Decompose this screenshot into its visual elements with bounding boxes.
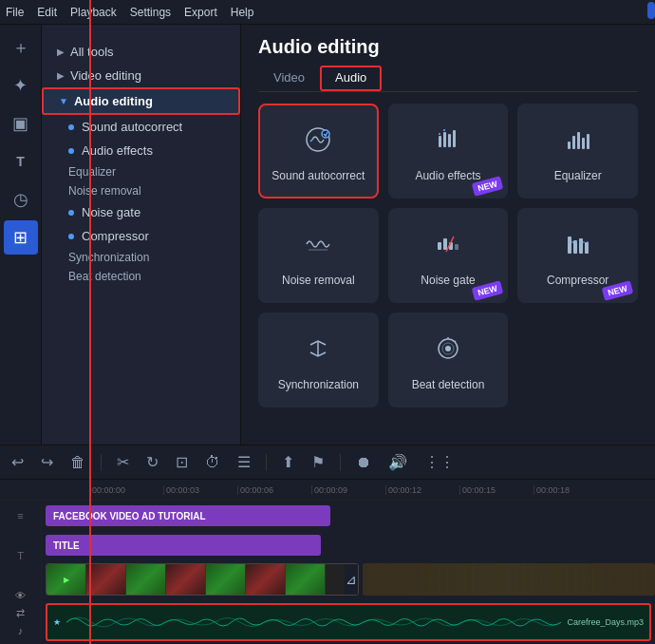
svg-rect-5 — [453, 130, 456, 147]
icon-bar: ＋ ✦ ▣ T ◷ ⊞ — [0, 25, 42, 445]
divider2 — [266, 454, 267, 471]
audio-button[interactable]: 🔊 — [384, 451, 411, 473]
magic-tool-icon[interactable]: ✦ — [4, 68, 38, 103]
svg-rect-14 — [438, 242, 441, 250]
menu-edit[interactable]: Edit — [37, 6, 57, 19]
eye-icon[interactable]: 👁 — [15, 590, 26, 601]
sidebar-sub-audio-effects[interactable]: Audio effects — [42, 139, 240, 162]
more-button[interactable]: ⋮⋮ — [421, 451, 458, 473]
record-button[interactable]: ⏺ — [352, 452, 375, 473]
video-clip[interactable]: ▶ ⊿ — [46, 563, 359, 596]
equalizer-grid-label: Equalizer — [554, 169, 602, 182]
sidebar-sub-sound-autocorrect[interactable]: Sound autocorrect — [42, 115, 240, 139]
menu-help[interactable]: Help — [231, 6, 254, 19]
sidebar-item-video-editing[interactable]: ▶ Video editing — [42, 64, 240, 87]
text-tool-icon[interactable]: T — [4, 144, 38, 179]
grid-item-noise-removal[interactable]: Noise removal — [258, 208, 379, 303]
audio-editing-label: Audio editing — [74, 94, 153, 108]
align-button[interactable]: ☰ — [234, 451, 254, 473]
menu-settings[interactable]: Settings — [130, 6, 171, 19]
noise-gate-badge: NEW — [472, 280, 504, 301]
tools-grid: Sound autocorrect Audio effects NEW — [241, 104, 655, 417]
facebook-clip-label: FACEBOOK VIDEO AD TUTORIAL — [53, 511, 206, 521]
grid-item-sound-autocorrect[interactable]: Sound autocorrect — [258, 104, 379, 199]
flag-button[interactable]: ⚑ — [308, 451, 328, 473]
sidebar-sub-noise-removal[interactable]: Noise removal — [42, 181, 240, 200]
dot-icon4 — [68, 234, 74, 239]
menubar: File Edit Playback Settings Export Help — [0, 0, 655, 25]
text-track-1: FACEBOOK VIDEO AD TUTORIAL — [42, 501, 655, 531]
mark-4: 00:00:12 — [385, 485, 459, 495]
svg-rect-10 — [577, 132, 580, 149]
mark-6: 00:00:18 — [533, 485, 608, 495]
title-clip-label: TITLE — [53, 540, 80, 551]
waveform — [66, 609, 561, 635]
sidebar-sub-compressor[interactable]: Compressor — [42, 224, 240, 248]
video-thumb-6 — [246, 564, 286, 595]
video-track: ▶ ⊿ — [42, 559, 655, 599]
delete-button[interactable]: 🗑 — [66, 452, 89, 473]
crop-button[interactable]: ⊡ — [172, 451, 192, 473]
compressor-icon — [563, 229, 593, 266]
clock-tool-icon[interactable]: ◷ — [4, 182, 38, 217]
crop-marker[interactable]: ⊿ — [345, 564, 358, 595]
sidebar-item-audio-editing[interactable]: ▼ Audio editing — [42, 87, 240, 115]
grid-item-audio-effects[interactable]: Audio effects NEW — [388, 104, 509, 199]
dot-icon — [68, 124, 74, 130]
rotate-button[interactable]: ↻ — [142, 451, 162, 473]
tab-video[interactable]: Video — [258, 66, 320, 91]
audio-label: Carefree_Days.mp3 — [567, 617, 644, 627]
sidebar-sub-equalizer[interactable]: Equalizer — [42, 162, 240, 181]
add-tool-icon[interactable]: ＋ — [4, 30, 38, 65]
grid-item-compressor[interactable]: Compressor NEW — [517, 208, 638, 303]
text-track-2-content[interactable]: TITLE — [42, 531, 655, 559]
crop-tool-icon[interactable]: ▣ — [4, 106, 38, 141]
menu-playback[interactable]: Playback — [70, 6, 117, 19]
video-thumb-3 — [126, 564, 166, 595]
sidebar-sub-sync[interactable]: Synchronization — [42, 248, 240, 267]
track-ctrl-1: ≡ — [17, 510, 23, 521]
video-track-content[interactable]: ▶ ⊿ — [42, 559, 655, 599]
title-clip[interactable]: TITLE — [46, 535, 321, 556]
sync-grid-label: Synchronization — [278, 378, 359, 391]
tab-audio[interactable]: Audio — [320, 66, 382, 91]
sidebar-sub-beat[interactable]: Beat detection — [42, 267, 240, 286]
timer-button[interactable]: ⏱ — [201, 452, 224, 473]
video-thumb-1: ▶ — [47, 564, 86, 595]
content-panel: Audio editing Video Audio — [241, 25, 655, 445]
timeline-tracks: ≡ T 👁 ⇄ ♪ FACEBOOK VIDEO AD TUTORIAL — [0, 501, 655, 644]
noise-removal-icon — [303, 229, 333, 266]
import-button[interactable]: ⬆ — [278, 451, 298, 473]
timeline: ↩ ↪ 🗑 ✂ ↻ ⊡ ⏱ ☰ ⬆ ⚑ ⏺ 🔊 ⋮⋮ 00:00:00 00:0… — [0, 445, 655, 644]
sidebar-item-all-tools[interactable]: ▶ All tools — [42, 40, 240, 64]
grid-item-equalizer[interactable]: Equalizer — [517, 104, 638, 199]
sidebar-sub-noise-gate[interactable]: Noise gate — [42, 200, 240, 224]
dot-icon2 — [68, 148, 74, 154]
audio-track-content[interactable]: ★ Carefree_Days.mp3 — [42, 599, 655, 644]
svg-rect-22 — [585, 242, 589, 254]
grid-tool-icon[interactable]: ⊞ — [4, 220, 38, 255]
cut-button[interactable]: ✂ — [113, 451, 133, 473]
chevron-right-icon2: ▶ — [57, 70, 65, 81]
music-icon[interactable]: ♪ — [18, 625, 24, 636]
sound-autocorrect-grid-label: Sound autocorrect — [271, 169, 365, 182]
grid-item-beat[interactable]: Beat detection — [388, 313, 509, 407]
playhead[interactable] — [89, 480, 91, 501]
grid-item-noise-gate[interactable]: Noise gate NEW — [388, 208, 509, 303]
svg-rect-8 — [568, 142, 571, 149]
text-track-1-content[interactable]: FACEBOOK VIDEO AD TUTORIAL — [42, 501, 655, 531]
lock-icon[interactable]: ⇄ — [16, 607, 25, 619]
compressor-grid-label: Compressor — [547, 274, 608, 287]
video-editing-label: Video editing — [70, 68, 141, 83]
video-bg — [363, 563, 655, 596]
chevron-right-icon: ▶ — [57, 47, 65, 57]
redo-button[interactable]: ↪ — [37, 451, 57, 473]
menu-export[interactable]: Export — [184, 6, 217, 19]
menu-file[interactable]: File — [6, 6, 24, 19]
grid-item-sync[interactable]: Synchronization — [258, 313, 379, 407]
chevron-down-icon: ▼ — [59, 96, 68, 106]
facebook-clip[interactable]: FACEBOOK VIDEO AD TUTORIAL — [46, 505, 330, 526]
audio-clip[interactable]: ★ Carefree_Days.mp3 — [46, 603, 651, 641]
undo-button[interactable]: ↩ — [8, 451, 28, 473]
video-clip-2[interactable] — [363, 563, 655, 596]
